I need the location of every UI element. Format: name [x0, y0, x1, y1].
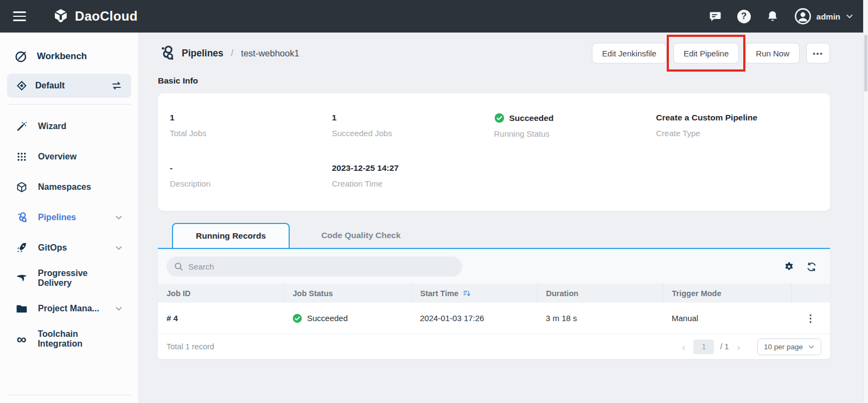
next-page-icon[interactable]: ›	[735, 342, 743, 352]
column-header-job-status[interactable]: Job Status	[284, 284, 411, 303]
sort-descending-icon[interactable]	[463, 289, 471, 297]
field-label: Create Type	[656, 129, 818, 138]
table-settings-gear-icon[interactable]	[783, 261, 794, 272]
field-value: Create a Custom Pipeline	[656, 113, 818, 123]
field-succeeded-jobs: 1 Succeeded Jobs	[332, 113, 494, 138]
scrollbar-thumb[interactable]	[864, 35, 867, 92]
switch-workspace-icon[interactable]	[111, 80, 123, 92]
sidebar-item-gitops[interactable]: GitOps	[0, 233, 138, 263]
table-header-row: Job ID Job Status Start Time	[158, 284, 830, 303]
field-create-type: Create a Custom Pipeline Create Type	[656, 113, 818, 138]
workspace-name: Default	[35, 81, 65, 91]
refresh-icon[interactable]	[806, 261, 817, 272]
run-now-button[interactable]: Run Now	[745, 43, 800, 63]
avatar-icon	[794, 8, 812, 25]
cell-job-id: # 4	[158, 303, 284, 334]
column-header-duration[interactable]: Duration	[537, 284, 663, 303]
field-value: 1	[170, 113, 332, 123]
breadcrumb-separator: /	[231, 48, 233, 58]
daocloud-logo-icon	[52, 8, 69, 25]
gitops-rocket-icon	[15, 242, 28, 254]
wizard-wand-icon	[15, 120, 28, 132]
sidebar-workbench-header: Workbench	[0, 44, 138, 68]
status-text: Succeeded	[307, 314, 348, 323]
sidebar-item-label: Namespaces	[38, 182, 91, 192]
sidebar-item-wizard[interactable]: Wizard	[0, 111, 138, 142]
tab-code-quality-check[interactable]: Code Quality Check	[290, 223, 432, 248]
field-value: 1	[332, 113, 494, 123]
hamburger-menu-icon[interactable]	[13, 11, 27, 21]
brand-name: DaoCloud	[75, 9, 138, 24]
field-creation-time: 2023-12-25 14:27 Creation Time	[332, 163, 494, 188]
sidebar-bottom-divider	[7, 395, 131, 395]
messages-icon[interactable]	[709, 9, 723, 23]
overview-grid-icon	[15, 151, 28, 162]
chevron-down-icon	[114, 304, 123, 313]
page-header: Pipelines / test-webhook1 Edit Jenkinsfi…	[158, 33, 830, 74]
sidebar-item-project-management[interactable]: Project Mana...	[0, 293, 138, 324]
field-label: Description	[170, 179, 332, 188]
sidebar-item-label: Wizard	[38, 121, 66, 131]
sidebar-divider	[7, 104, 131, 105]
field-description: - Description	[170, 163, 332, 188]
toolchain-infinity-icon: ∞	[15, 332, 28, 346]
workbench-icon	[14, 49, 28, 63]
row-actions-kebab-icon[interactable]: ⋮	[791, 303, 830, 334]
sidebar-item-namespaces[interactable]: Namespaces	[0, 172, 138, 202]
basic-info-title: Basic Info	[158, 76, 830, 86]
cell-job-status: Succeeded	[284, 303, 411, 334]
running-records-panel: Job ID Job Status Start Time	[158, 248, 830, 359]
scrollbar-track[interactable]	[863, 0, 868, 403]
field-label: Running Status	[494, 129, 656, 138]
field-total-jobs: 1 Total Jobs	[170, 113, 332, 138]
previous-page-icon[interactable]: ‹	[680, 342, 687, 352]
column-header-trigger-mode[interactable]: Trigger Mode	[663, 284, 791, 303]
page-total-text: / 1	[720, 342, 729, 351]
tab-running-records[interactable]: Running Records	[172, 223, 290, 248]
page-size-select[interactable]: 10 per page	[757, 338, 821, 355]
page-size-value: 10 per page	[764, 343, 803, 351]
chevron-down-icon	[808, 343, 815, 350]
field-value: 2023-12-25 14:27	[332, 163, 494, 173]
sidebar-item-pipelines[interactable]: Pipelines	[0, 202, 138, 233]
pipelines-icon	[15, 211, 28, 224]
chevron-down-icon	[114, 213, 123, 222]
workbench-label: Workbench	[37, 51, 87, 62]
sidebar-item-overview[interactable]: Overview	[0, 142, 138, 172]
edit-pipeline-button[interactable]: Edit Pipeline	[673, 43, 739, 63]
cell-trigger-mode: Manual	[663, 303, 791, 334]
page-actions: Edit Jenkinsfile Edit Pipeline Run Now •…	[592, 43, 830, 63]
sidebar-item-progressive-delivery[interactable]: Progressive Delivery	[0, 263, 138, 293]
user-menu[interactable]: admin	[794, 8, 854, 25]
user-chevron-down-icon	[845, 12, 854, 21]
pagination: ‹ 1 / 1 › 10 per page	[680, 338, 821, 355]
field-running-status: Succeeded Running Status	[494, 113, 656, 138]
sidebar-item-label: GitOps	[38, 243, 67, 253]
breadcrumb-section[interactable]: Pipelines	[182, 48, 224, 59]
sidebar-item-label: Progressive Delivery	[38, 268, 123, 288]
notifications-bell-icon[interactable]	[765, 9, 780, 23]
more-actions-button[interactable]: •••	[806, 43, 830, 63]
column-header-job-id[interactable]: Job ID	[158, 284, 284, 303]
current-page-box[interactable]: 1	[693, 340, 714, 354]
sidebar-item-toolchain-integration[interactable]: ∞ Toolchain Integration	[0, 324, 138, 354]
records-table: Job ID Job Status Start Time	[158, 284, 830, 334]
brand[interactable]: DaoCloud	[52, 8, 138, 25]
search-box[interactable]	[167, 257, 462, 277]
column-header-start-time[interactable]: Start Time	[411, 284, 537, 303]
cell-start-time: 2024-01-03 17:26	[411, 303, 537, 334]
column-header-actions	[791, 284, 830, 303]
search-input[interactable]	[188, 262, 455, 271]
table-row[interactable]: # 4 Succeeded 2024-01-03 1	[158, 303, 830, 334]
pipelines-breadcrumb-icon	[158, 44, 175, 62]
breadcrumb: Pipelines / test-webhook1	[158, 44, 299, 62]
field-label: Creation Time	[332, 179, 494, 188]
sidebar-workspace-selector[interactable]: Default	[7, 74, 131, 98]
help-icon[interactable]: ?	[737, 10, 751, 23]
app-header: DaoCloud ?	[0, 0, 868, 33]
sidebar-item-label: Pipelines	[38, 213, 76, 222]
field-value: -	[170, 163, 332, 173]
edit-jenkinsfile-button[interactable]: Edit Jenkinsfile	[592, 43, 667, 63]
main-content: Pipelines / test-webhook1 Edit Jenkinsfi…	[139, 33, 868, 403]
records-toolbar	[158, 249, 830, 284]
